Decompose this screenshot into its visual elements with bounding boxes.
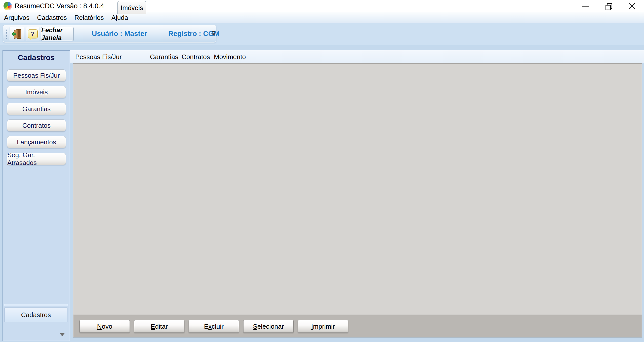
label-part: E: [204, 323, 208, 330]
label-part: elecionar: [257, 323, 284, 330]
tab-imoveis[interactable]: Imóveis: [117, 1, 146, 14]
action-bar: Novo Editar Excluir Selecionar Imprimir: [73, 315, 642, 337]
close-icon: [629, 3, 635, 9]
tab-movimento[interactable]: Movimento: [214, 50, 246, 63]
toolbar-strip: ? Fechar Janela Usuário : Master Registr…: [0, 23, 644, 45]
restore-icon: [606, 3, 611, 9]
novo-button[interactable]: Novo: [79, 320, 130, 333]
application-window: ResumeCDC Versão : 8.4.0.4 Arquivos Cada…: [0, 0, 644, 342]
window-title: ResumeCDC Versão : 8.4.0.4: [15, 0, 104, 12]
overflow-chevron-down-icon: [212, 33, 215, 36]
label-part: ovo: [102, 323, 112, 330]
toolbar-overflow-button[interactable]: [212, 31, 216, 37]
sidebar-item-pessoas-fis-jur[interactable]: Pessoas Fis/Jur: [7, 69, 66, 81]
sidebar-item-lancamentos[interactable]: Lançamentos: [7, 136, 66, 148]
exit-button[interactable]: [9, 27, 24, 41]
label-part: x: [208, 323, 212, 330]
label-part: ditar: [155, 323, 168, 330]
overflow-bar-icon: [212, 31, 215, 32]
tab-garantias[interactable]: Garantias: [150, 50, 178, 63]
sidebar-group-cadastros-button[interactable]: Cadastros: [5, 308, 67, 322]
title-bar: ResumeCDC Versão : 8.4.0.4: [0, 0, 644, 12]
user-status-label: Usuário : Master: [92, 25, 147, 42]
imoveis-form-panel: [73, 63, 642, 315]
label-part: S: [253, 323, 257, 330]
sidebar-item-seg-gar-atrasados[interactable]: Seg. Gar. Atrasados: [7, 153, 66, 165]
excluir-button[interactable]: Excluir: [189, 320, 239, 333]
label-part: N: [97, 323, 102, 330]
menu-relatorios[interactable]: Relatórios: [74, 14, 104, 22]
label-part: I: [311, 323, 313, 330]
sidebar-cadastros: Cadastros Pessoas Fis/Jur Imóveis Garant…: [3, 50, 70, 341]
imprimir-button[interactable]: Imprimir: [298, 320, 348, 333]
exit-door-icon: [11, 28, 22, 39]
close-button[interactable]: [620, 0, 643, 12]
help-icon: ?: [28, 29, 38, 38]
minimize-button[interactable]: [574, 0, 597, 12]
menu-cadastros[interactable]: Cadastros: [37, 14, 67, 22]
sidebar-item-imoveis[interactable]: Imóveis: [7, 86, 66, 98]
sidebar-item-garantias[interactable]: Garantias: [7, 103, 66, 115]
label-part: mprimir: [313, 323, 335, 330]
label-part: cluir: [212, 323, 224, 330]
fechar-janela-label: Fechar Janela: [41, 26, 73, 42]
sidebar-item-contratos[interactable]: Contratos: [7, 119, 66, 132]
help-glyph: ?: [31, 30, 35, 37]
sidebar-splitter[interactable]: [4, 304, 68, 306]
editar-button[interactable]: Editar: [134, 320, 184, 333]
sidebar-title: Cadastros: [3, 51, 70, 65]
help-button[interactable]: ?: [26, 27, 39, 41]
label-part: E: [151, 323, 155, 330]
minimize-icon: [582, 6, 589, 7]
menu-bar: Arquivos Cadastros Relatórios Ajuda: [0, 12, 644, 23]
tab-pessoas-fis-jur[interactable]: Pessoas Fis/Jur: [75, 50, 122, 63]
tab-contratos[interactable]: Contratos: [182, 50, 210, 63]
toolbar-grip-handle[interactable]: [6, 29, 8, 39]
toolbar: ? Fechar Janela Usuário : Master Registr…: [3, 25, 216, 42]
restore-button[interactable]: [597, 0, 620, 12]
menu-arquivos[interactable]: Arquivos: [4, 14, 29, 22]
fechar-janela-button[interactable]: Fechar Janela: [41, 27, 74, 41]
selecionar-button[interactable]: Selecionar: [243, 320, 294, 333]
menu-ajuda[interactable]: Ajuda: [111, 14, 128, 22]
app-logo-icon: [4, 2, 12, 10]
sidebar-chevron-down-icon[interactable]: [60, 333, 65, 336]
